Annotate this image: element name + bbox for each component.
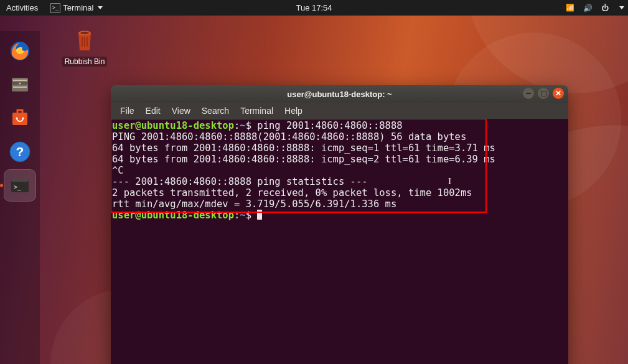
window-title: user@ubuntu18-desktop: ~ — [287, 90, 391, 99]
svg-rect-3 — [13, 80, 27, 81]
menu-edit[interactable]: Edit — [140, 106, 166, 116]
dock-files[interactable] — [4, 68, 36, 101]
terminal-body[interactable]: I user@ubuntu18-desktop:~$ ping 2001:486… — [111, 119, 568, 364]
chevron-down-icon — [98, 6, 103, 9]
clock[interactable]: Tue 17:54 — [296, 3, 332, 12]
desktop: ? >_ Rubbish Bin user@ubuntu18-deskto — [0, 16, 628, 364]
menu-file[interactable]: File — [115, 106, 140, 116]
window-minimize-button[interactable] — [523, 88, 534, 99]
terminal-window: user@ubuntu18-desktop: ~ ✕ File Edit Vie… — [111, 85, 568, 364]
svg-rect-18 — [84, 37, 85, 47]
menubar: File Edit View Search Terminal Help — [111, 103, 568, 119]
running-indicator-icon — [0, 184, 3, 187]
dock-firefox[interactable] — [4, 35, 36, 67]
network-icon: 📶 — [566, 4, 574, 12]
firefox-icon — [7, 39, 32, 63]
svg-point-16 — [80, 32, 89, 34]
svg-point-8 — [22, 118, 24, 119]
terminal-icon: >_ — [50, 3, 60, 13]
trash-icon — [70, 24, 100, 54]
menu-search[interactable]: Search — [196, 106, 235, 116]
status-area[interactable]: 📶 🔊 ⏻ — [566, 4, 628, 12]
activities-button[interactable]: Activities — [0, 0, 44, 16]
files-icon — [7, 72, 32, 97]
top-panel: Activities >_ Terminal Tue 17:54 📶 🔊 ⏻ — [0, 0, 628, 16]
dock-software[interactable] — [4, 102, 36, 134]
window-close-button[interactable]: ✕ — [553, 88, 564, 99]
dock-help[interactable]: ? — [4, 136, 36, 168]
svg-point-5 — [19, 83, 21, 85]
close-icon: ✕ — [555, 90, 561, 97]
menu-terminal[interactable]: Terminal — [235, 106, 279, 116]
dock: ? >_ — [0, 31, 40, 364]
software-center-icon — [7, 106, 32, 131]
svg-rect-6 — [12, 113, 27, 125]
app-menu-label: Terminal — [63, 3, 93, 12]
minimize-icon — [526, 93, 531, 94]
menu-help[interactable]: Help — [279, 106, 308, 116]
chevron-down-icon — [619, 6, 624, 9]
terminal-output: user@ubuntu18-desktop:~$ ping 2001:4860:… — [112, 120, 567, 221]
activities-label: Activities — [6, 3, 38, 12]
svg-text:>_: >_ — [14, 184, 22, 191]
help-icon: ? — [7, 139, 32, 164]
desktop-icon-label: Rubbish Bin — [62, 57, 108, 67]
window-maximize-button[interactable] — [538, 88, 549, 99]
volume-icon: 🔊 — [583, 4, 593, 12]
maximize-icon — [541, 91, 546, 96]
power-icon: ⏻ — [601, 4, 609, 12]
svg-rect-19 — [87, 37, 88, 47]
app-menu-button[interactable]: >_ Terminal — [44, 0, 109, 16]
window-titlebar[interactable]: user@ubuntu18-desktop: ~ ✕ — [111, 85, 568, 103]
svg-text:?: ? — [16, 144, 24, 159]
svg-rect-17 — [82, 37, 83, 47]
terminal-icon: >_ — [7, 173, 32, 198]
svg-rect-13 — [11, 179, 29, 182]
desktop-rubbish-bin[interactable]: Rubbish Bin — [55, 24, 115, 67]
dock-terminal[interactable]: >_ — [4, 169, 36, 202]
svg-point-7 — [16, 118, 18, 119]
text-cursor-icon: I — [448, 175, 451, 187]
svg-rect-4 — [13, 86, 27, 88]
menu-view[interactable]: View — [166, 106, 196, 116]
